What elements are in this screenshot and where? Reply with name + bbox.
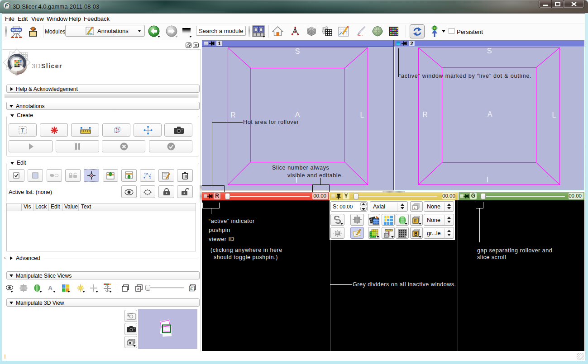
svg-text:a: a bbox=[137, 287, 139, 291]
svg-text:MRML: MRML bbox=[12, 28, 22, 32]
svg-text:B: B bbox=[414, 232, 417, 236]
svg-text:L: L bbox=[414, 206, 416, 209]
svg-text:T: T bbox=[21, 127, 24, 134]
svg-text:F: F bbox=[191, 287, 193, 291]
svg-text:F: F bbox=[414, 218, 417, 223]
